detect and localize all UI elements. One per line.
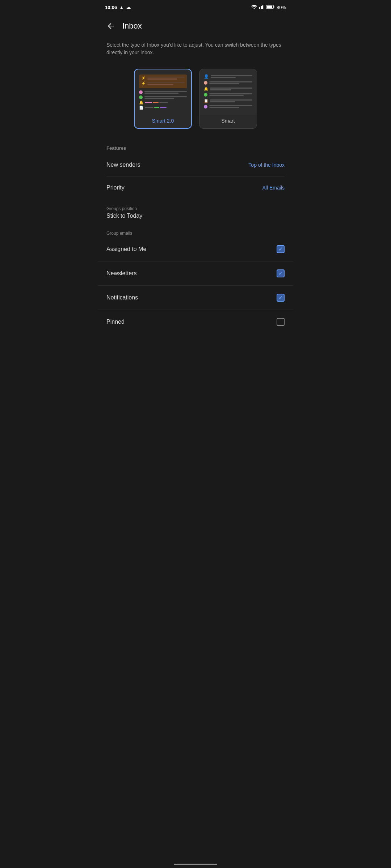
svg-rect-7 — [267, 6, 272, 8]
peach-circle — [204, 81, 207, 85]
newsletters-label: Newsletters — [106, 270, 137, 277]
green-circle-smart — [204, 93, 207, 97]
inbox-type-selector: ⚡ ⚡ — [98, 65, 293, 140]
inbox-card-smart[interactable]: 👤 🔔 — [199, 69, 257, 129]
svg-rect-4 — [264, 5, 264, 9]
pinned-label: Pinned — [106, 319, 125, 325]
priority-value: All Emails — [262, 185, 285, 191]
checkmark-3: ✓ — [278, 295, 283, 301]
header: Inbox — [98, 13, 293, 35]
battery-icon — [266, 5, 274, 10]
assigned-to-me-label: Assigned to Me — [106, 246, 146, 252]
back-button[interactable] — [105, 20, 117, 32]
status-left: 10:06 ▲ ☁ — [105, 5, 131, 10]
checkmark-1: ✓ — [278, 246, 283, 252]
notification-icon: ▲ — [119, 5, 124, 10]
status-bar: 10:06 ▲ ☁ 80% — [98, 0, 293, 13]
bolt-icon-1: ⚡ — [141, 76, 146, 80]
cloud-icon: ☁ — [126, 5, 131, 10]
smart-label: Smart — [199, 115, 257, 128]
bolt-icon-2: ⚡ — [141, 81, 146, 85]
assigned-to-me-checkbox[interactable]: ✓ — [277, 245, 285, 253]
pinned-checkbox[interactable] — [277, 318, 285, 326]
svg-rect-2 — [261, 6, 262, 9]
new-senders-label: New senders — [106, 162, 140, 168]
signal-icon — [259, 5, 264, 10]
notifications-label: Notifications — [106, 294, 138, 301]
notifications-checkbox[interactable]: ✓ — [277, 294, 285, 302]
purple-circle-smart — [204, 105, 207, 109]
features-section: Features New senders Top of the Inbox Pr… — [98, 140, 293, 199]
groups-position-label: Groups position — [106, 202, 285, 211]
group-emails-label: Group emails — [98, 225, 293, 237]
new-senders-row[interactable]: New senders Top of the Inbox — [106, 154, 285, 176]
features-label: Features — [106, 142, 285, 154]
svg-point-0 — [253, 8, 255, 9]
green-circle — [139, 95, 143, 99]
newsletters-checkbox[interactable]: ✓ — [277, 269, 285, 277]
assigned-to-me-row[interactable]: Assigned to Me ✓ — [98, 237, 293, 261]
pinned-row[interactable]: Pinned — [98, 310, 293, 334]
person-icon: 👤 — [204, 74, 209, 79]
new-senders-value: Top of the Inbox — [248, 162, 285, 168]
group-emails-list: Assigned to Me ✓ Newsletters ✓ Notificat… — [98, 237, 293, 334]
svg-rect-1 — [259, 7, 260, 9]
doc-icon-s20: 📄 — [139, 106, 143, 110]
priority-row[interactable]: Priority All Emails — [106, 176, 285, 199]
checkmark-2: ✓ — [278, 271, 283, 276]
bell-icon-s20: 🔔 — [139, 101, 143, 105]
page-title: Inbox — [122, 21, 142, 31]
smart20-visual: ⚡ ⚡ — [135, 69, 191, 115]
priority-label: Priority — [106, 184, 125, 191]
bell-icon-smart: 🔔 — [204, 87, 208, 91]
newsletters-row[interactable]: Newsletters ✓ — [98, 261, 293, 286]
description-text: Select the type of Inbox you'd like to a… — [98, 35, 293, 65]
smart20-label: Smart 2.0 — [135, 115, 191, 128]
smart-visual: 👤 🔔 — [199, 69, 257, 115]
wifi-icon — [251, 5, 257, 10]
inbox-card-smart20[interactable]: ⚡ ⚡ — [134, 69, 192, 129]
svg-rect-6 — [273, 6, 274, 8]
groups-position-section: Groups position Stick to Today — [98, 199, 293, 225]
svg-rect-3 — [262, 5, 263, 9]
groups-position-value: Stick to Today — [106, 211, 285, 225]
time: 10:06 — [105, 5, 117, 10]
notifications-row[interactable]: Notifications ✓ — [98, 286, 293, 310]
status-right: 80% — [251, 5, 286, 10]
doc-icon-smart: 📋 — [204, 99, 208, 103]
battery-percent: 80% — [277, 5, 286, 10]
pink-circle — [139, 90, 143, 94]
